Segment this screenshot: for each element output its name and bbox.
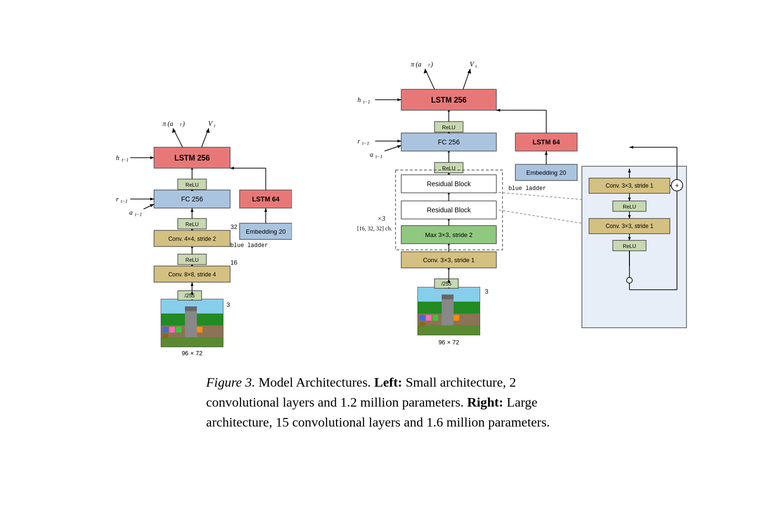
svg-text:16: 16 bbox=[230, 259, 237, 266]
svg-text:96 × 72: 96 × 72 bbox=[182, 350, 203, 356]
svg-text:t: t bbox=[475, 64, 477, 69]
figure-caption: Figure 3. Model Architectures. Left: Sma… bbox=[197, 372, 587, 432]
svg-text:t−1: t−1 bbox=[363, 99, 370, 104]
svg-marker-53 bbox=[264, 208, 267, 212]
svg-rect-4 bbox=[161, 337, 223, 347]
svg-text:ReLU: ReLU bbox=[442, 124, 455, 130]
svg-text:): ) bbox=[430, 61, 433, 68]
main-container: /255 3 96 × 72 Conv. 8×8, stride 4 16 bbox=[0, 0, 783, 532]
svg-text:ReLU: ReLU bbox=[185, 182, 198, 188]
svg-text:+: + bbox=[675, 181, 678, 189]
svg-text:3: 3 bbox=[485, 288, 488, 295]
svg-text:r: r bbox=[116, 196, 119, 203]
svg-rect-10 bbox=[163, 333, 168, 338]
svg-marker-174 bbox=[629, 146, 633, 149]
svg-text:3: 3 bbox=[226, 301, 230, 308]
svg-text:FC 256: FC 256 bbox=[438, 138, 460, 146]
svg-text:LSTM 256: LSTM 256 bbox=[174, 154, 210, 162]
svg-line-194 bbox=[499, 210, 582, 223]
svg-text:/255: /255 bbox=[441, 281, 451, 286]
svg-text:Max 3×3, stride 2: Max 3×3, stride 2 bbox=[425, 231, 472, 238]
svg-text:Embedding 20: Embedding 20 bbox=[246, 228, 286, 235]
svg-text:ReLU: ReLU bbox=[185, 221, 198, 227]
caption-right-label: Right: bbox=[467, 395, 503, 409]
svg-text:h: h bbox=[116, 154, 119, 162]
svg-text:t: t bbox=[180, 122, 182, 127]
right-diagram-svg: /255 3 96 × 72 Conv. 3×3, stride 1 Max 3… bbox=[349, 14, 691, 356]
svg-text:FC 256: FC 256 bbox=[181, 195, 203, 203]
svg-text:blue ladder: blue ladder bbox=[508, 185, 546, 192]
svg-text:π (a: π (a bbox=[411, 61, 421, 68]
svg-marker-149 bbox=[397, 98, 401, 101]
svg-text:Residual Block: Residual Block bbox=[426, 180, 471, 188]
svg-text:t−1: t−1 bbox=[376, 154, 383, 159]
svg-text:Residual Block: Residual Block bbox=[426, 206, 471, 214]
svg-marker-68 bbox=[150, 156, 154, 159]
svg-text:a: a bbox=[370, 151, 373, 158]
svg-text:Conv. 4×4, stride 2: Conv. 4×4, stride 2 bbox=[168, 236, 215, 242]
svg-text:a: a bbox=[129, 209, 133, 216]
svg-text:LSTM 64: LSTM 64 bbox=[252, 195, 280, 203]
svg-rect-90 bbox=[454, 315, 459, 321]
svg-text:LSTM 256: LSTM 256 bbox=[431, 96, 466, 104]
svg-text:r: r bbox=[358, 138, 360, 145]
svg-line-193 bbox=[499, 192, 582, 200]
svg-rect-88 bbox=[433, 315, 438, 321]
svg-text:ReLU: ReLU bbox=[185, 257, 198, 263]
svg-text:t−1: t−1 bbox=[121, 199, 128, 204]
svg-rect-8 bbox=[169, 327, 175, 332]
svg-rect-6 bbox=[185, 306, 197, 311]
svg-rect-11 bbox=[197, 327, 203, 332]
left-diagram-svg: /255 3 96 × 72 Conv. 8×8, stride 4 16 bbox=[92, 43, 292, 356]
svg-text:/255: /255 bbox=[184, 293, 194, 298]
svg-marker-64 bbox=[206, 128, 210, 133]
svg-text:t−1: t−1 bbox=[122, 157, 129, 162]
svg-text:Embedding 20: Embedding 20 bbox=[526, 169, 566, 176]
svg-rect-83 bbox=[418, 325, 480, 335]
svg-marker-56 bbox=[230, 167, 234, 170]
svg-rect-87 bbox=[426, 315, 432, 321]
caption-text1: Model Architectures. bbox=[255, 375, 374, 390]
svg-text:t: t bbox=[214, 123, 215, 128]
figure-label: Figure 3. bbox=[206, 375, 255, 390]
svg-text:): ) bbox=[182, 120, 185, 128]
svg-text:×3: ×3 bbox=[377, 215, 385, 222]
svg-text:t: t bbox=[428, 62, 430, 67]
svg-text:t−1: t−1 bbox=[135, 212, 142, 217]
svg-marker-145 bbox=[467, 69, 471, 74]
svg-text:t−1: t−1 bbox=[362, 141, 369, 146]
svg-marker-134 bbox=[545, 151, 548, 155]
svg-rect-7 bbox=[163, 327, 168, 332]
svg-rect-89 bbox=[419, 322, 425, 326]
svg-text:Conv. 3×3, stride 1: Conv. 3×3, stride 1 bbox=[605, 223, 653, 229]
svg-text:h: h bbox=[358, 96, 361, 104]
svg-text:96 × 72: 96 × 72 bbox=[438, 339, 459, 346]
svg-text:blue ladder: blue ladder bbox=[230, 242, 268, 249]
svg-text:[16, 32, 32] ch.: [16, 32, 32] ch. bbox=[357, 225, 392, 232]
right-diagram-wrapper: /255 3 96 × 72 Conv. 3×3, stride 1 Max 3… bbox=[349, 14, 691, 358]
svg-text:LSTM 64: LSTM 64 bbox=[532, 138, 560, 146]
left-diagram-wrapper: /255 3 96 × 72 Conv. 8×8, stride 4 16 bbox=[92, 43, 292, 358]
svg-rect-9 bbox=[176, 327, 182, 332]
svg-marker-21 bbox=[191, 282, 193, 286]
svg-text:V: V bbox=[208, 120, 213, 127]
svg-text:32: 32 bbox=[230, 223, 237, 230]
svg-text:Conv. 8×8, stride 4: Conv. 8×8, stride 4 bbox=[168, 271, 215, 278]
svg-marker-39 bbox=[191, 208, 193, 212]
svg-text:Conv. 3×3, stride 1: Conv. 3×3, stride 1 bbox=[605, 182, 653, 189]
caption-left-label: Left: bbox=[374, 375, 402, 390]
svg-text:π (a: π (a bbox=[163, 120, 173, 128]
svg-marker-153 bbox=[397, 140, 401, 142]
svg-text:Conv. 3×3, stride 1: Conv. 3×3, stride 1 bbox=[423, 256, 474, 264]
diagrams-row: /255 3 96 × 72 Conv. 8×8, stride 4 16 bbox=[19, 10, 764, 358]
svg-marker-72 bbox=[150, 198, 154, 200]
svg-point-188 bbox=[627, 277, 632, 283]
svg-text:ReLU: ReLU bbox=[622, 243, 636, 249]
svg-rect-85 bbox=[442, 294, 454, 299]
svg-text:V: V bbox=[470, 61, 474, 68]
svg-rect-86 bbox=[419, 315, 425, 321]
svg-marker-137 bbox=[496, 109, 500, 112]
svg-text:ReLU: ReLU bbox=[622, 204, 636, 209]
